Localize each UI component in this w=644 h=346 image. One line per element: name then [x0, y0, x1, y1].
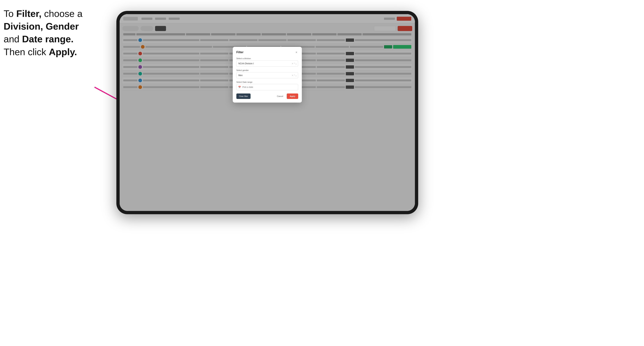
date-label: Select Date range: [236, 81, 298, 83]
annotation-line4: Then click Apply.: [4, 47, 77, 57]
date-input[interactable]: [236, 84, 298, 90]
apply-button[interactable]: Apply: [287, 93, 298, 99]
gender-label: Select gender: [236, 69, 298, 71]
division-select[interactable]: NCAA Division I: [236, 60, 298, 67]
footer-right: Cancel Apply: [275, 93, 298, 99]
calendar-icon: 📅: [238, 86, 241, 88]
cancel-button[interactable]: Cancel: [275, 93, 285, 99]
gender-select-wrapper[interactable]: Men × ⌃⌄: [236, 72, 298, 78]
date-input-wrapper: 📅: [236, 84, 298, 90]
tablet-screen: Filter × Select a division NCAA Division…: [120, 14, 415, 211]
annotation-line1: To Filter, choose a: [4, 8, 82, 19]
date-form-group: Select Date range 📅: [236, 81, 298, 90]
annotation-line2: Division, Gender: [4, 21, 79, 32]
modal-footer: Clear filter Cancel Apply: [236, 93, 298, 99]
modal-overlay: Filter × Select a division NCAA Division…: [120, 14, 415, 211]
tablet-frame: Filter × Select a division NCAA Division…: [116, 11, 418, 214]
annotation: To Filter, choose a Division, Gender and…: [4, 7, 82, 58]
filter-modal: Filter × Select a division NCAA Division…: [233, 47, 302, 103]
division-select-wrapper[interactable]: NCAA Division I × ⌃⌄: [236, 60, 298, 67]
annotation-line1-cont: choose a: [42, 8, 82, 19]
division-form-group: Select a division NCAA Division I × ⌃⌄: [236, 57, 298, 67]
modal-close-button[interactable]: ×: [294, 50, 298, 54]
modal-title: Filter: [236, 51, 244, 54]
division-label: Select a division: [236, 57, 298, 60]
gender-select[interactable]: Men: [236, 72, 298, 78]
gender-form-group: Select gender Men × ⌃⌄: [236, 69, 298, 78]
annotation-line3: and Date range.: [4, 34, 74, 44]
clear-filter-button[interactable]: Clear filter: [236, 93, 250, 99]
modal-header: Filter ×: [236, 50, 298, 54]
